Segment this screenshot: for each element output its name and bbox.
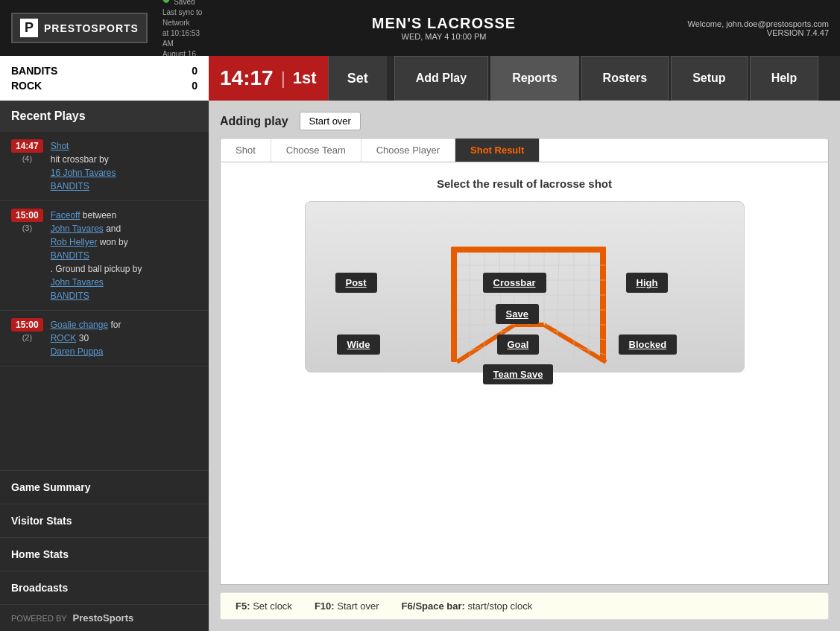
rosters-button[interactable]: Rosters xyxy=(581,56,669,101)
shot-panel: Select the result of lacrosse shot xyxy=(220,162,829,585)
clock-divider: | xyxy=(281,68,285,89)
shot-result-blocked[interactable]: Blocked xyxy=(619,334,678,355)
team-link-2[interactable]: BANDITS xyxy=(51,250,89,261)
footer-prefix: POWERED BY xyxy=(11,614,67,623)
player-link-2a[interactable]: John Tavares xyxy=(51,223,104,234)
play-description: Faceoff between John Tavares and Rob Hel… xyxy=(51,209,142,302)
sidebar-header: Recent Plays xyxy=(0,101,209,132)
add-play-button[interactable]: Add Play xyxy=(394,56,488,101)
version-text: VERSION 7.4.47 xyxy=(680,28,829,37)
team-home-name: BANDITS xyxy=(11,65,57,77)
shot-result-save[interactable]: Save xyxy=(496,304,539,324)
svg-rect-1 xyxy=(600,247,606,362)
help-button[interactable]: Help xyxy=(750,56,819,101)
list-item: 15:00 (2) Goalie change for ROCK 30 Dare… xyxy=(0,311,209,367)
shortcut-f10: F10: Start over xyxy=(315,600,379,612)
logo-text: PRESTOSPORTS xyxy=(44,22,139,34)
svg-line-24 xyxy=(563,343,605,355)
team-row-home: BANDITS 0 xyxy=(11,63,198,78)
svg-rect-2 xyxy=(451,247,606,253)
clock-period: 1st xyxy=(285,69,324,88)
sync-line1: Last sync to Network xyxy=(162,7,208,28)
team-link-2b[interactable]: BANDITS xyxy=(51,291,89,301)
main-content: Adding play Start over Shot Choose Team … xyxy=(209,101,840,631)
tab-shot[interactable]: Shot xyxy=(221,139,271,162)
player-link-3[interactable]: Daren Puppa xyxy=(51,346,104,357)
goal-container: Post Crossbar High Save Wide Goal Blocke… xyxy=(305,201,745,372)
play-number: (3) xyxy=(11,223,43,232)
shot-result-goal[interactable]: Goal xyxy=(497,334,540,355)
team-link-1[interactable]: BANDITS xyxy=(51,181,89,191)
player-link-2c[interactable]: John Tavares xyxy=(51,277,104,288)
play-time: 15:00 xyxy=(11,209,43,222)
svg-rect-0 xyxy=(451,247,457,362)
play-description: Goalie change for ROCK 30 Daren Puppa xyxy=(51,318,121,358)
team-away-name: ROCK xyxy=(11,80,42,92)
sync-check-icon: ✓ xyxy=(162,0,170,3)
recent-plays-list: 14:47 (4) Shot hit crossbar by 16 John T… xyxy=(0,132,209,470)
set-button[interactable]: Set xyxy=(328,56,387,101)
clock-time: 14:17 xyxy=(212,66,281,90)
start-over-button[interactable]: Start over xyxy=(300,112,361,130)
shot-panel-title: Select the result of lacrosse shot xyxy=(437,177,612,190)
team-away-score: 0 xyxy=(192,80,198,92)
setup-button[interactable]: Setup xyxy=(671,56,747,101)
sync-line2: at 10:16:53 AM xyxy=(162,28,208,49)
footer-brand: PrestoSports xyxy=(73,612,134,624)
adding-play-label: Adding play xyxy=(220,115,288,128)
play-type-link[interactable]: Shot xyxy=(51,141,69,151)
play-number: (4) xyxy=(11,154,43,163)
play-col-2: 15:00 (3) xyxy=(11,209,43,232)
svg-line-23 xyxy=(457,343,496,355)
keyboard-shortcuts-bar: F5: Set clock F10: Start over F6/Space b… xyxy=(220,592,829,620)
sidebar: Recent Plays 14:47 (4) Shot hit crossbar… xyxy=(0,101,209,631)
svg-line-4 xyxy=(544,325,606,362)
welcome-text: Welcome, john.doe@prestosports.com xyxy=(680,19,829,28)
adding-play-header: Adding play Start over xyxy=(220,112,829,130)
player-link-2b[interactable]: Rob Hellyer xyxy=(51,237,98,247)
play-time: 15:00 xyxy=(11,318,43,332)
sidebar-item-broadcasts[interactable]: Broadcasts xyxy=(0,571,209,604)
sidebar-item-visitor-stats[interactable]: Visitor Stats xyxy=(0,504,209,537)
team-home-score: 0 xyxy=(192,65,198,77)
tab-choose-team[interactable]: Choose Team xyxy=(271,139,361,162)
main-layout: Recent Plays 14:47 (4) Shot hit crossbar… xyxy=(0,101,840,631)
sync-status-text: Changes Saved xyxy=(174,0,208,7)
shot-result-post[interactable]: Post xyxy=(335,273,377,293)
tabs-row: Shot Choose Team Choose Player Shot Resu… xyxy=(220,138,829,162)
shot-result-wide[interactable]: Wide xyxy=(337,334,381,355)
tab-choose-player[interactable]: Choose Player xyxy=(361,139,455,162)
user-info: Welcome, john.doe@prestosports.com VERSI… xyxy=(680,19,829,37)
game-subtitle: WED, MAY 4 10:00 PM xyxy=(208,32,680,41)
play-col-3: 15:00 (2) xyxy=(11,318,43,342)
sidebar-item-game-summary[interactable]: Game Summary xyxy=(0,470,209,504)
team-row-away: ROCK 0 xyxy=(11,78,198,93)
shortcut-f5: F5: Set clock xyxy=(236,600,292,612)
center-title: MEN'S LACROSSE WED, MAY 4 10:00 PM xyxy=(208,15,680,41)
shot-result-high[interactable]: High xyxy=(626,273,669,293)
play-col-1: 14:47 (4) xyxy=(11,139,43,163)
game-title: MEN'S LACROSSE xyxy=(208,15,680,32)
svg-line-8 xyxy=(499,253,502,343)
team-link-3[interactable]: ROCK xyxy=(51,333,77,343)
play-type-link-3[interactable]: Goalie change xyxy=(51,320,108,330)
shot-result-crossbar[interactable]: Crossbar xyxy=(483,273,546,293)
logo-p-letter: P xyxy=(20,19,38,37)
top-header: P PRESTOSPORTS ✓ Changes Saved Last sync… xyxy=(0,0,840,56)
list-item: 15:00 (3) Faceoff between John Tavares a… xyxy=(0,201,209,311)
play-number: (2) xyxy=(11,333,43,342)
reports-button[interactable]: Reports xyxy=(490,56,578,101)
score-teams: BANDITS 0 ROCK 0 xyxy=(0,56,209,101)
player-link-1[interactable]: 16 John Tavares xyxy=(51,168,116,178)
shortcut-f6: F6/Space bar: start/stop clock xyxy=(402,600,533,612)
nav-buttons: Add Play Reports Rosters Setup Help xyxy=(394,56,819,101)
svg-line-12 xyxy=(557,253,559,343)
tab-shot-result[interactable]: Shot Result xyxy=(455,139,540,162)
play-time: 14:47 xyxy=(11,139,43,153)
clock-area: 14:17 | 1st xyxy=(209,56,328,101)
list-item: 14:47 (4) Shot hit crossbar by 16 John T… xyxy=(0,132,209,201)
play-type-link-2[interactable]: Faceoff xyxy=(51,210,80,221)
shot-result-team-save[interactable]: Team Save xyxy=(483,364,554,384)
sidebar-item-home-stats[interactable]: Home Stats xyxy=(0,537,209,571)
sidebar-footer: POWERED BY PrestoSports xyxy=(0,604,209,631)
